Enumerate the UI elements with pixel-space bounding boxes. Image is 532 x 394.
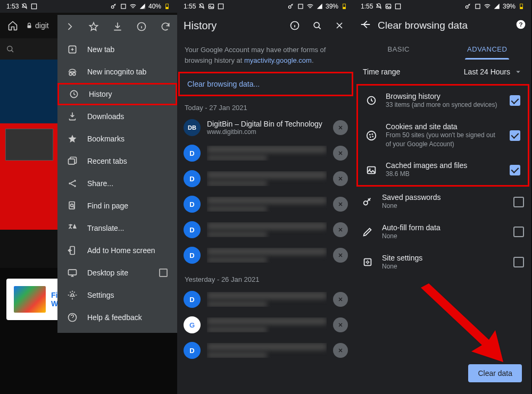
history-title <box>207 248 327 255</box>
clear-browsing-data-link[interactable]: Clear browsing data... <box>180 73 352 95</box>
add-home-icon <box>67 245 78 256</box>
notif-muted-icon <box>21 3 28 10</box>
delete-history-button[interactable] <box>333 343 348 358</box>
notif-muted-icon <box>375 3 383 10</box>
menu-recent-tabs[interactable]: Recent tabs <box>57 150 177 172</box>
delete-history-button[interactable] <box>333 120 348 135</box>
svg-rect-30 <box>298 4 303 9</box>
cbd-item-history[interactable]: Browsing history 33 items (and more on s… <box>358 86 528 116</box>
history-item[interactable]: D <box>177 217 354 242</box>
desktop-checkbox[interactable] <box>159 269 168 277</box>
history-item[interactable]: D <box>177 338 354 363</box>
history-item[interactable]: DB DigitBin – Digital Bin of Technology … <box>177 115 354 140</box>
history-url <box>207 257 267 263</box>
annotation-arrow <box>410 282 506 367</box>
tab-advanced[interactable]: ADVANCED <box>443 38 532 60</box>
nfc-icon <box>474 3 481 10</box>
history-url <box>207 353 267 358</box>
favicon: D <box>184 342 201 359</box>
cbd-item-image[interactable]: Cached images and files 38.6 MB <box>358 155 528 185</box>
history-text <box>207 292 327 307</box>
cbd-checkbox[interactable] <box>513 257 524 267</box>
menu-help[interactable]: Help & feedback <box>57 306 177 329</box>
time-range-row[interactable]: Time range Last 24 Hours <box>354 60 531 84</box>
history-item[interactable]: D <box>177 242 354 268</box>
section-today: Today - 27 Jan 2021 <box>177 96 354 115</box>
history-item[interactable]: D <box>177 191 354 217</box>
cbd-checkbox[interactable] <box>510 95 520 106</box>
key-icon <box>110 3 118 10</box>
help-button[interactable]: ? <box>516 19 526 32</box>
close-button[interactable] <box>331 17 348 34</box>
translate-icon <box>67 223 78 233</box>
home-button[interactable] <box>3 16 22 35</box>
tabs-icon <box>67 156 78 166</box>
menu-new-incognito[interactable]: New incognito tab <box>57 61 177 83</box>
status-bar: 1:55 39% <box>354 0 531 13</box>
download-button[interactable] <box>109 18 127 36</box>
cbd-checkbox[interactable] <box>513 197 524 207</box>
wifi-icon <box>306 3 314 10</box>
delete-history-button[interactable] <box>333 222 348 237</box>
clear-data-button[interactable]: Clear data <box>468 364 522 382</box>
cbd-item-edit[interactable]: Auto-fill form data None <box>354 217 531 247</box>
menu-translate[interactable]: Translate... <box>57 217 177 239</box>
history-item[interactable]: G <box>177 312 354 338</box>
menu-downloads[interactable]: Downloads <box>57 105 177 128</box>
menu-new-tab[interactable]: New tab <box>57 38 177 61</box>
time-range-label: Time range <box>363 68 400 76</box>
menu-label: Settings <box>87 291 114 299</box>
reload-button[interactable] <box>156 18 174 36</box>
nfc-icon <box>120 3 127 10</box>
menu-desktop-site[interactable]: Desktop site <box>57 262 177 284</box>
cbd-subtitle: None <box>382 232 505 241</box>
history-item[interactable]: D <box>177 166 354 191</box>
cbd-checkbox[interactable] <box>513 227 524 237</box>
tab-label: BASIC <box>387 45 410 53</box>
delete-history-button[interactable] <box>333 197 348 212</box>
menu-find-in-page[interactable]: Find in page <box>57 195 177 217</box>
history-title <box>207 317 327 325</box>
cbd-item-cookie[interactable]: Cookies and site data From 50 sites (you… <box>358 116 528 155</box>
url-field[interactable]: digit <box>26 21 49 30</box>
cbd-checkbox[interactable] <box>510 165 520 175</box>
tab-basic[interactable]: BASIC <box>354 38 443 60</box>
history-title <box>207 222 327 230</box>
close-icon <box>337 296 344 303</box>
forward-button[interactable] <box>61 18 79 36</box>
screenshot-icon <box>30 3 38 10</box>
back-button[interactable] <box>360 19 371 32</box>
info-button[interactable] <box>286 17 303 34</box>
cbd-checkbox[interactable] <box>510 130 520 141</box>
forward-icon <box>64 21 75 32</box>
screenshot-2-history: 1:55 39% History Your Google Account may… <box>177 0 354 394</box>
delete-history-button[interactable] <box>333 171 348 186</box>
time-range-value: Last 24 Hours <box>464 68 510 76</box>
delete-history-button[interactable] <box>333 146 348 161</box>
cbd-title: Cached images and files <box>386 161 501 170</box>
cbd-item-settings[interactable]: Site settings None <box>354 247 531 278</box>
bookmark-star-button[interactable] <box>85 18 103 36</box>
key-icon <box>464 3 472 10</box>
time-range-dropdown[interactable]: Last 24 Hours <box>464 67 523 77</box>
incognito-icon <box>67 66 78 77</box>
menu-settings[interactable]: Settings <box>57 284 177 306</box>
menu-share[interactable]: Share... <box>57 172 177 195</box>
close-icon <box>334 20 345 31</box>
screenshot-1-chrome-menu: 1:53 40% digit DI D Meet Goog which has … <box>0 0 177 394</box>
history-item[interactable]: D <box>177 140 354 166</box>
search-button[interactable] <box>309 17 326 34</box>
svg-rect-34 <box>476 4 480 9</box>
delete-history-button[interactable] <box>333 292 348 307</box>
menu-add-home[interactable]: Add to Home screen <box>57 239 177 262</box>
page-info-button[interactable] <box>132 18 151 36</box>
delete-history-button[interactable] <box>333 248 348 263</box>
delete-history-button[interactable] <box>333 317 348 332</box>
menu-history[interactable]: History <box>57 83 177 105</box>
signal-icon <box>493 3 501 10</box>
menu-bookmarks[interactable]: Bookmarks <box>57 128 177 150</box>
cbd-item-key[interactable]: Saved passwords None <box>354 187 531 217</box>
myactivity-link[interactable]: myactivity.google.com <box>244 56 312 64</box>
search-icon <box>312 20 322 31</box>
history-item[interactable]: D <box>177 287 354 312</box>
